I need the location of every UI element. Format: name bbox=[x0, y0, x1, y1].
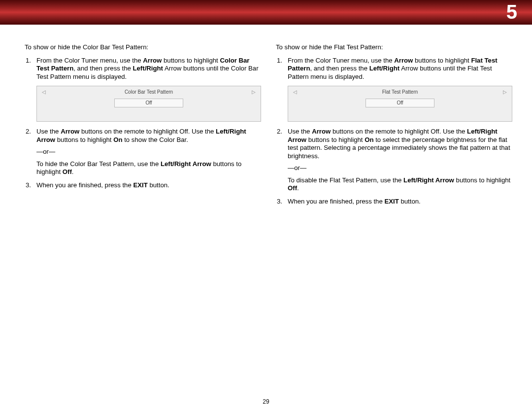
text: To disable the Flat Test Pattern, use th… bbox=[288, 176, 403, 184]
text: buttons to highlight bbox=[55, 136, 113, 143]
menu-title: Flat Test Pattern bbox=[298, 89, 502, 96]
chapter-number: 5 bbox=[506, 1, 517, 23]
bold-arrow: Arrow bbox=[61, 128, 79, 135]
text: buttons on the remote to highlight Off. … bbox=[79, 128, 216, 135]
text: buttons to highlight bbox=[306, 136, 365, 143]
chapter-header-bar: 5 bbox=[0, 0, 532, 25]
text: Use the bbox=[36, 128, 61, 135]
menu-value-box: Off bbox=[114, 99, 183, 108]
text: When you are finished, press the bbox=[288, 198, 384, 205]
left-steps: From the Color Tuner menu, use the Arrow… bbox=[25, 57, 261, 190]
menu-title-row: ◁ Color Bar Test Pattern ▷ bbox=[40, 89, 258, 99]
hide-instruction: To hide the Color Bar Test Pattern, use … bbox=[36, 160, 261, 176]
right-step-3: When you are finished, press the EXIT bu… bbox=[276, 198, 512, 206]
bold-arrow: Arrow bbox=[312, 128, 331, 135]
bold-leftright: Left/Right bbox=[133, 65, 163, 72]
left-step-3: When you are finished, press the EXIT bu… bbox=[25, 181, 261, 190]
or-divider: —or— bbox=[36, 148, 261, 156]
left-step-1: From the Color Tuner menu, use the Arrow… bbox=[25, 57, 261, 122]
menu-title: Color Bar Test Pattern bbox=[47, 89, 251, 96]
text: , and then press the bbox=[310, 65, 369, 72]
left-column: To show or hide the Color Bar Test Patte… bbox=[25, 43, 261, 210]
text: button. bbox=[148, 181, 169, 189]
right-column: To show or hide the Flat Test Pattern: F… bbox=[276, 43, 512, 210]
text: , and then press the bbox=[73, 65, 133, 72]
bold-lr-arrow: Left/Right Arrow bbox=[403, 176, 454, 184]
triangle-right-icon: ▷ bbox=[502, 89, 508, 96]
bold-on: On bbox=[365, 136, 373, 143]
bold-arrow: Arrow bbox=[394, 57, 413, 64]
bold-arrow: Arrow bbox=[143, 57, 162, 64]
text: button. bbox=[399, 198, 421, 205]
text: . bbox=[72, 168, 74, 175]
right-step-2: Use the Arrow buttons on the remote to h… bbox=[276, 128, 512, 193]
menu-value-box: Off bbox=[366, 99, 434, 108]
bold-leftright: Left/Right bbox=[369, 65, 400, 72]
triangle-left-icon: ◁ bbox=[292, 89, 298, 96]
text: buttons to highlight bbox=[454, 176, 510, 184]
page-number: 29 bbox=[0, 398, 532, 405]
text: . bbox=[297, 184, 299, 192]
text: buttons to highlight bbox=[162, 57, 220, 64]
triangle-right-icon: ▷ bbox=[251, 89, 257, 96]
bold-off: Off bbox=[63, 168, 72, 175]
menu-title-row: ◁ Flat Test Pattern ▷ bbox=[291, 89, 509, 99]
bold-exit: EXIT bbox=[133, 181, 147, 189]
bold-on: On bbox=[113, 136, 122, 143]
bold-off: Off bbox=[288, 184, 297, 192]
right-intro: To show or hide the Flat Test Pattern: bbox=[276, 43, 512, 52]
left-step-2: Use the Arrow buttons on the remote to h… bbox=[25, 128, 261, 176]
text: buttons to highlight bbox=[413, 57, 471, 64]
text: When you are finished, press the bbox=[36, 181, 133, 189]
bold-exit: EXIT bbox=[384, 198, 399, 205]
page-body: To show or hide the Color Bar Test Patte… bbox=[0, 25, 532, 210]
text: buttons on the remote to highlight Off. … bbox=[331, 128, 467, 135]
hide-instruction: To disable the Flat Test Pattern, use th… bbox=[288, 176, 512, 193]
right-steps: From the Color Tuner menu, use the Arrow… bbox=[276, 57, 512, 206]
text: to show the Color Bar. bbox=[122, 136, 188, 143]
text: From the Color Tuner menu, use the bbox=[36, 57, 143, 64]
bold-lr-arrow: Left/Right Arrow bbox=[161, 160, 211, 168]
color-bar-menu-box: ◁ Color Bar Test Pattern ▷ Off bbox=[36, 86, 261, 122]
or-divider: —or— bbox=[288, 164, 512, 172]
right-step-1: From the Color Tuner menu, use the Arrow… bbox=[276, 57, 512, 122]
text: From the Color Tuner menu, use the bbox=[288, 57, 394, 64]
flat-menu-box: ◁ Flat Test Pattern ▷ Off bbox=[288, 86, 512, 122]
text: To hide the Color Bar Test Pattern, use … bbox=[36, 160, 161, 168]
left-intro: To show or hide the Color Bar Test Patte… bbox=[25, 43, 261, 52]
text: Use the bbox=[288, 128, 312, 135]
triangle-left-icon: ◁ bbox=[41, 89, 47, 96]
